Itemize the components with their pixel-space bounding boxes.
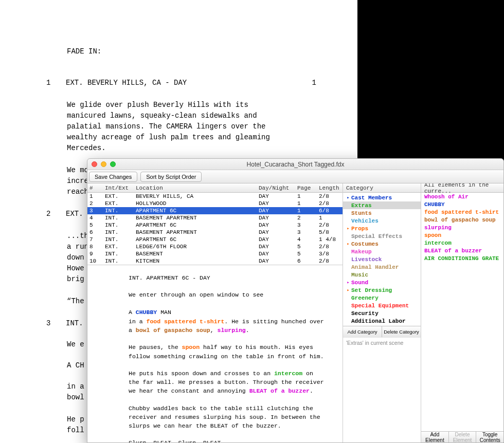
scene-heading: EXT. BEVERLY HILLS, CA - DAY bbox=[66, 78, 301, 88]
elements-list: Whoosh of AirCHUBBYfood spattered t-shir… bbox=[421, 193, 503, 431]
close-icon[interactable] bbox=[92, 161, 97, 167]
scene-number-right: 1 bbox=[301, 78, 316, 88]
col-number[interactable]: # bbox=[87, 185, 103, 191]
scene-row[interactable]: 6INT.BASEMENT APARTMENTDAY35/8 bbox=[87, 229, 343, 236]
category-item[interactable]: Security bbox=[343, 309, 421, 317]
detail-action: in a food spattered t-shirt. He is sitti… bbox=[129, 317, 327, 335]
category-item[interactable]: ▸Props bbox=[343, 225, 421, 232]
category-item[interactable]: Special Effects bbox=[343, 232, 421, 240]
toolbar: Save Changes Sort by Script Order bbox=[87, 170, 503, 183]
element-item[interactable]: food spattered t-shirt bbox=[424, 209, 500, 217]
col-length[interactable]: Length bbox=[317, 185, 343, 191]
category-label: Greenery bbox=[351, 295, 379, 301]
scene-number-left: 3 bbox=[46, 318, 66, 329]
category-label: Stunts bbox=[351, 210, 372, 216]
disclosure-arrow-icon[interactable]: ▸ bbox=[345, 195, 351, 200]
zoom-icon[interactable] bbox=[110, 161, 116, 167]
category-label: Additional Labor bbox=[351, 318, 406, 324]
scene-row[interactable]: 9INT.BASEMENTDAY53/8 bbox=[87, 250, 343, 257]
sort-by-script-order-button[interactable]: Sort by Script Order bbox=[140, 172, 202, 182]
tag-costume[interactable]: food spattered t-shirt bbox=[147, 318, 225, 325]
add-category-button[interactable]: Add Category bbox=[343, 326, 382, 337]
element-item[interactable]: Whoosh of Air bbox=[424, 194, 500, 201]
element-item[interactable]: slurping bbox=[424, 225, 500, 232]
category-item[interactable]: ▸Set Dressing bbox=[343, 286, 421, 294]
tag-sound[interactable]: BLEAT of a buzzer bbox=[249, 387, 310, 394]
delete-category-button[interactable]: Delete Category bbox=[382, 326, 421, 337]
category-label: Livestock bbox=[351, 256, 382, 263]
category-item[interactable]: Stunts bbox=[343, 209, 421, 217]
category-list: ▸Cast MembersExtrasStuntsVehicles▸PropsS… bbox=[343, 193, 421, 326]
script-detail-view[interactable]: INT. APARTMENT 6C - DAY We enter through… bbox=[87, 265, 343, 442]
scene-row[interactable]: 1EXT.BEVERLY HILLS, CADAY12/8 bbox=[87, 193, 343, 200]
category-item[interactable]: Makeup bbox=[343, 248, 421, 255]
category-label: Extras bbox=[351, 202, 372, 209]
minimize-icon[interactable] bbox=[101, 161, 106, 167]
category-label: Animal Handler bbox=[351, 264, 399, 270]
detail-slugline: INT. APARTMENT 6C - DAY bbox=[129, 273, 327, 282]
scene-table: # Int/Ext Location Day/Night Page Length… bbox=[87, 183, 343, 265]
tagging-window: Hotel_Cucaracha_Short Tagged.fdx Save Ch… bbox=[87, 158, 504, 443]
category-hint: 'Extras' in current scene bbox=[343, 337, 421, 348]
delete-element-button[interactable]: Delete Element bbox=[449, 432, 477, 442]
category-label: Props bbox=[351, 226, 368, 232]
category-item[interactable]: Extras bbox=[343, 201, 421, 209]
add-element-button[interactable]: Add Element bbox=[421, 432, 449, 442]
detail-action: Slurp. BLEAT. Slurp. BLEAT. bbox=[129, 438, 327, 442]
category-label: Music bbox=[351, 272, 368, 278]
element-item[interactable]: BLEAT of a buzzer bbox=[424, 248, 500, 255]
element-item[interactable]: spoon bbox=[424, 232, 500, 240]
element-item[interactable]: intercom bbox=[424, 240, 500, 248]
category-item[interactable]: Greenery bbox=[343, 294, 421, 302]
category-pane: Category ▸Cast MembersExtrasStuntsVehicl… bbox=[343, 183, 421, 442]
category-item[interactable]: Music bbox=[343, 271, 421, 279]
tag-prop[interactable]: bowl of gaspacho soup bbox=[136, 327, 210, 334]
category-label: Vehicles bbox=[351, 218, 379, 224]
toggle-contents-button[interactable]: Toggle Contents bbox=[476, 432, 503, 442]
col-location[interactable]: Location bbox=[134, 185, 257, 191]
save-changes-button[interactable]: Save Changes bbox=[89, 172, 137, 182]
category-item[interactable]: Additional Labor bbox=[343, 317, 421, 325]
elements-header: All elements in the curre... bbox=[421, 183, 503, 193]
category-label: Sound bbox=[351, 280, 368, 286]
scene-row[interactable]: 4INT.BASEMENT APARTMENTDAY21 bbox=[87, 214, 343, 222]
category-item[interactable]: Livestock bbox=[343, 255, 421, 263]
window-titlebar[interactable]: Hotel_Cucaracha_Short Tagged.fdx bbox=[87, 159, 503, 170]
scene-row[interactable]: 5INT.APARTMENT 6CDAY32/8 bbox=[87, 222, 343, 229]
category-item[interactable]: Vehicles bbox=[343, 217, 421, 225]
category-item[interactable]: ▸Sound bbox=[343, 279, 421, 286]
disclosure-arrow-icon[interactable]: ▸ bbox=[345, 226, 351, 231]
detail-action: He puts his spoon down and crosses to an… bbox=[129, 369, 327, 396]
scene-row[interactable]: 8EXT.LEDGE/6TH FLOORDAY52/8 bbox=[87, 243, 343, 250]
tag-cast[interactable]: CHUBBY bbox=[136, 309, 157, 316]
col-day-night[interactable]: Day/Night bbox=[257, 185, 295, 191]
scene-row[interactable]: 3INT.APARTMENT 6CDAY16/8 bbox=[87, 207, 343, 214]
tag-sound[interactable]: slurping bbox=[218, 327, 246, 334]
tag-prop[interactable]: spoon bbox=[182, 344, 200, 350]
element-item[interactable]: CHUBBY bbox=[424, 201, 500, 209]
category-label: Special Equipment bbox=[351, 303, 409, 309]
category-label: Cast Members bbox=[351, 195, 392, 201]
detail-action: He pauses, the spoon half way to his mou… bbox=[129, 343, 327, 361]
tag-set-dressing[interactable]: intercom bbox=[274, 370, 302, 377]
col-int-ext[interactable]: Int/Ext bbox=[103, 185, 134, 191]
scene-table-header: # Int/Ext Location Day/Night Page Length bbox=[87, 183, 343, 193]
category-item[interactable]: Special Equipment bbox=[343, 302, 421, 309]
disclosure-arrow-icon[interactable]: ▸ bbox=[345, 287, 351, 293]
category-item[interactable]: ▸Costumes bbox=[343, 240, 421, 248]
category-label: Set Dressing bbox=[351, 287, 392, 293]
scene-number-left: 2 bbox=[46, 209, 66, 219]
disclosure-arrow-icon[interactable]: ▸ bbox=[345, 280, 351, 285]
detail-action: Chubby waddles back to the table still c… bbox=[129, 404, 327, 431]
disclosure-arrow-icon[interactable]: ▸ bbox=[345, 241, 351, 247]
scene-row[interactable]: 2EXT.HOLLYWOODDAY12/8 bbox=[87, 200, 343, 207]
category-item[interactable]: ▸Cast Members bbox=[343, 194, 421, 201]
col-page[interactable]: Page bbox=[295, 185, 317, 191]
element-item[interactable]: bowl of gaspacho soup bbox=[424, 217, 500, 225]
scene-row[interactable]: 7INT.APARTMENT 6CDAY41 4/8 bbox=[87, 236, 343, 243]
category-item[interactable]: Animal Handler bbox=[343, 263, 421, 271]
scene-row[interactable]: 10INT.KITCHENDAY62/8 bbox=[87, 257, 343, 265]
left-pane: # Int/Ext Location Day/Night Page Length… bbox=[87, 183, 343, 442]
fade-in: FADE IN: bbox=[67, 46, 316, 57]
element-item[interactable]: AIR CONDITIONING GRATE bbox=[424, 255, 500, 263]
